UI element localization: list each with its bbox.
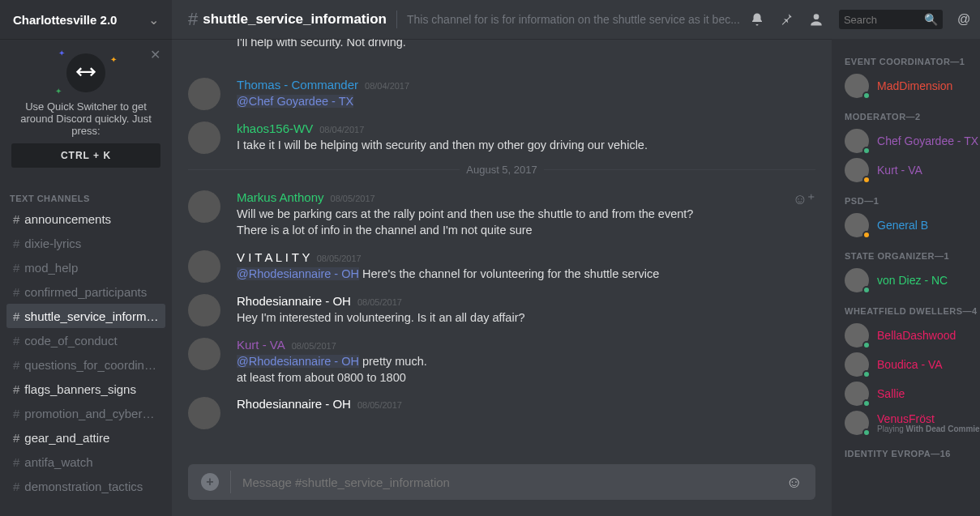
hash-icon: # (13, 334, 19, 348)
member-item[interactable]: von Diez - NC (845, 266, 980, 295)
quick-switcher-tip: Use Quick Switcher to get around Discord… (11, 100, 160, 137)
message-author[interactable]: Thomas - Commander (237, 78, 358, 92)
avatar (845, 213, 869, 237)
quick-switcher-icon: ✦ ✦ ✦ (66, 53, 105, 92)
channel-item[interactable]: #antifa_watch (6, 450, 165, 474)
role-header: MODERATOR—2 (845, 112, 980, 122)
role-header: WHEATFIELD DWELLERS—4 (845, 306, 980, 316)
attach-button[interactable]: + (201, 473, 219, 491)
topbar: # shuttle_service_information This chann… (172, 0, 980, 39)
message-timestamp: 08/04/2017 (319, 125, 364, 134)
message-timestamp: 08/04/2017 (365, 81, 409, 91)
add-reaction-icon[interactable]: ☺⁺ (793, 190, 815, 208)
channel-label: antifa_watch (24, 455, 92, 469)
member-item[interactable]: General B (845, 211, 980, 240)
hash-icon: # (13, 237, 19, 250)
message-author[interactable]: khaos156-WV (237, 122, 313, 135)
member-name: MadDimension (877, 79, 952, 92)
channel-item[interactable]: #announcements (6, 207, 165, 231)
compose-box[interactable]: + ☺ (188, 464, 815, 500)
member-name: BellaDashwood (877, 329, 956, 342)
member-item[interactable]: Sallie (845, 379, 980, 408)
channel-item[interactable]: #questions_for_coordinat... (6, 352, 165, 377)
avatar[interactable] (188, 338, 220, 370)
server-header[interactable]: Charlottesville 2.0 ⌄ (0, 0, 172, 39)
mention[interactable]: @Chef Goyardee - TX (237, 95, 353, 108)
message-timestamp: 08/05/2017 (357, 297, 402, 307)
channel-topic: This channel for is for information on t… (407, 13, 740, 26)
member-name: Kurt - VA (877, 164, 922, 177)
role-header: EVENT COORDINATOR—1 (845, 57, 980, 66)
message-author[interactable]: Rhodesiannaire - OH (237, 294, 351, 308)
avatar[interactable] (188, 397, 220, 429)
message-author[interactable]: V I T A L I T Y (237, 250, 310, 264)
hash-icon: # (13, 431, 19, 445)
channel-item[interactable]: #confirmed_participants (6, 279, 165, 304)
hash-icon: # (13, 212, 19, 226)
channel-item[interactable]: #flags_banners_signs (6, 377, 165, 401)
status-indicator (862, 286, 871, 294)
channel-label: code_of_conduct (24, 334, 117, 348)
status-indicator (862, 147, 871, 155)
pin-icon[interactable] (779, 12, 794, 27)
avatar (845, 382, 869, 406)
avatar[interactable] (188, 78, 220, 110)
member-name: von Diez - NC (877, 274, 948, 287)
member-item[interactable]: Chef Goyardee - TX (845, 126, 980, 156)
member-name: VenusFröst (877, 412, 935, 425)
server-name: Charlottesville 2.0 (13, 13, 148, 27)
quick-switcher-kbd[interactable]: CTRL + K (11, 143, 160, 168)
avatar[interactable] (188, 190, 220, 223)
role-header: IDENTITY EVROPA—16 (845, 449, 980, 458)
channel-item[interactable]: #promotion_and_cyberstr... (6, 401, 165, 425)
message-text: Hey I'm interested in volunteering. Is i… (237, 309, 815, 326)
channel-label: mod_help (24, 261, 78, 275)
message-author[interactable]: Kurt - VA (237, 338, 285, 352)
message: Rhodesiannaire - OH08/05/2017 (172, 389, 832, 433)
message-author[interactable]: Rhodesiannaire - OH (237, 397, 351, 411)
member-item[interactable]: VenusFröstPlaying With Dead Commies (845, 408, 980, 437)
avatar[interactable] (188, 294, 220, 326)
message-text: Will we be parking cars at the rally poi… (237, 206, 815, 239)
emoji-picker-button[interactable]: ☺ (786, 473, 802, 492)
search-input[interactable] (844, 14, 924, 26)
channel-item[interactable]: #shuttle_service_informat... (6, 304, 165, 328)
message-text: I take it I will be helping with securit… (237, 137, 815, 153)
avatar[interactable] (188, 250, 220, 283)
member-item[interactable]: Boudica - VA (845, 350, 980, 379)
message: Markus Anthony08/05/2017Will we be parki… (172, 182, 832, 242)
member-activity: Playing With Dead Commies (877, 425, 980, 433)
channel-label: gear_and_attire (24, 431, 109, 445)
member-item[interactable]: BellaDashwood (845, 321, 980, 350)
member-item[interactable]: Kurt - VA (845, 156, 980, 185)
member-item[interactable]: MadDimension (845, 71, 980, 100)
bell-icon[interactable] (750, 12, 764, 27)
quick-switcher-panel: ✕ ✦ ✦ ✦ Use Quick Switcher to get around… (0, 39, 172, 181)
message: khaos156-WV08/04/2017I take it I will be… (172, 113, 832, 157)
channel-label: shuttle_service_informat... (24, 309, 159, 323)
channels-header: TEXT CHANNELS (6, 187, 172, 207)
close-icon[interactable]: ✕ (150, 47, 160, 62)
message-author[interactable]: Markus Anthony (237, 190, 324, 204)
status-indicator (862, 429, 871, 437)
channel-label: questions_for_coordinat... (24, 358, 159, 372)
avatar[interactable] (188, 122, 220, 154)
channel-label: flags_banners_signs (24, 382, 136, 396)
channel-item[interactable]: #dixie-lyrics (6, 231, 165, 255)
mentions-icon[interactable]: @ (957, 12, 970, 27)
channel-item[interactable]: #mod_help (6, 255, 165, 279)
mention[interactable]: @Rhodesiannaire - OH (237, 267, 359, 280)
message-input[interactable] (242, 475, 786, 489)
search-box[interactable]: 🔍 (839, 10, 943, 29)
status-indicator (862, 370, 871, 378)
status-indicator (862, 341, 871, 349)
member-name: Boudica - VA (877, 358, 943, 371)
message: Thomas - Commander08/04/2017@Chef Goyard… (172, 70, 832, 113)
mention[interactable]: @Rhodesiannaire - OH (237, 355, 359, 368)
channel-item[interactable]: #code_of_conduct (6, 328, 165, 352)
channel-item[interactable]: #demonstration_tactics (6, 474, 165, 498)
date-divider: August 5, 2017 (188, 164, 815, 176)
channel-item[interactable]: #gear_and_attire (6, 425, 165, 450)
members-icon[interactable] (808, 11, 824, 28)
channel-list: TEXT CHANNELS #announcements#dixie-lyric… (0, 181, 172, 516)
